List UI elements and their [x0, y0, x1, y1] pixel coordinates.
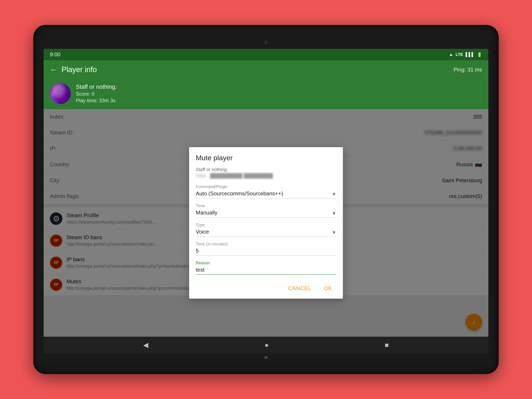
- time-minutes-label: Time (in minutes): [196, 242, 336, 247]
- modal-player-id: #355 - ██████████ █████████: [196, 173, 336, 178]
- player-playtime: Play time: 33m 3s: [76, 98, 117, 103]
- nav-recents-button[interactable]: ■: [385, 341, 389, 349]
- avatar: [50, 83, 71, 104]
- home-indicator: [44, 353, 488, 361]
- home-dot: [264, 356, 268, 359]
- nav-home-button[interactable]: ●: [265, 341, 268, 349]
- signal-icon: ▌▌▌: [466, 52, 475, 57]
- tablet-screen: 9:00 ▲ LTE ▌▌▌ 🔋 ← Player info Ping: 31 …: [44, 49, 488, 353]
- time-minutes-input-wrapper: [196, 248, 336, 256]
- ping-info: Ping: 31 ms: [454, 66, 482, 73]
- player-info-section: Staff or nothing. Score: 0 Play time: 33…: [44, 79, 488, 109]
- lte-label: LTE: [456, 52, 463, 57]
- reason-field: Reason: [196, 261, 336, 275]
- status-icons: ▲ LTE ▌▌▌ 🔋: [449, 52, 482, 57]
- player-details: Staff or nothing. Score: 0 Play time: 33…: [76, 83, 117, 103]
- modal-overlay: Mute player Staff or nothing. #355 - ███…: [44, 109, 488, 337]
- type-select-wrapper: Voice Chat Both ▼: [196, 228, 336, 237]
- page-title: Player info: [62, 65, 97, 74]
- player-score: Score: 0: [76, 91, 117, 97]
- reason-input[interactable]: [196, 267, 336, 273]
- type-field: Type Voice Chat Both ▼: [196, 222, 336, 237]
- time-minutes-field: Time (in minutes): [196, 242, 336, 256]
- cancel-button[interactable]: CANCEL: [284, 282, 316, 294]
- main-content: Index: 355 Steam ID: STEAM_0:0:000000000…: [44, 109, 488, 337]
- app-bar: ← Player info Ping: 31 ms: [44, 60, 488, 79]
- bottom-nav: ◀ ● ■: [44, 337, 488, 353]
- command-plugin-select[interactable]: Auto (Sourcecomms/Sourcebans++): [196, 190, 336, 196]
- ok-button[interactable]: OK: [320, 282, 336, 294]
- nav-back-button[interactable]: ◀: [143, 341, 148, 349]
- time-minutes-input[interactable]: [196, 248, 336, 254]
- player-name: Staff or nothing.: [76, 83, 117, 90]
- time-select-wrapper: Manually 1 minute 5 minutes 10 minutes 3…: [196, 209, 336, 218]
- camera: [264, 41, 268, 44]
- back-button[interactable]: ←: [50, 65, 57, 74]
- reason-input-wrapper: [196, 267, 336, 275]
- status-bar: 9:00 ▲ LTE ▌▌▌ 🔋: [44, 49, 488, 60]
- modal-title: Mute player: [196, 154, 336, 162]
- modal-dialog: Mute player Staff or nothing. #355 - ███…: [189, 147, 343, 299]
- reason-label: Reason: [196, 261, 336, 265]
- type-select[interactable]: Voice Chat Both: [196, 228, 336, 235]
- modal-player-name: Staff or nothing.: [196, 167, 336, 172]
- avatar-image: [50, 83, 71, 104]
- battery-icon: 🔋: [477, 52, 482, 57]
- command-plugin-select-wrapper: Auto (Sourcecomms/Sourcebans++) ▼: [196, 190, 336, 198]
- modal-actions: CANCEL OK: [196, 280, 336, 294]
- tablet-frame: 9:00 ▲ LTE ▌▌▌ 🔋 ← Player info Ping: 31 …: [33, 25, 499, 374]
- command-plugin-field: Command/Plugin Auto (Sourcecomms/Sourceb…: [196, 184, 336, 198]
- time-label: Time: [196, 203, 336, 208]
- type-label: Type: [196, 222, 336, 227]
- tablet-top-bar: [44, 38, 488, 48]
- status-time: 9:00: [50, 51, 60, 58]
- time-field: Time Manually 1 minute 5 minutes 10 minu…: [196, 203, 336, 218]
- time-select[interactable]: Manually 1 minute 5 minutes 10 minutes 3…: [196, 209, 336, 216]
- command-plugin-label: Command/Plugin: [196, 184, 336, 189]
- wifi-icon: ▲: [449, 52, 453, 57]
